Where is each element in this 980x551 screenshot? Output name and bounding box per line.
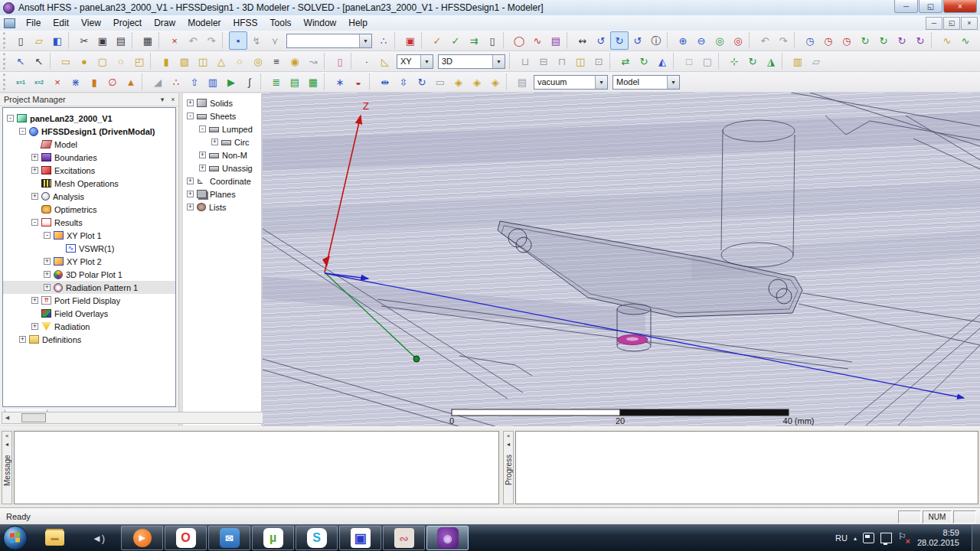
view-redo-icon[interactable]: ↷ ▼ xyxy=(774,31,792,50)
expander-icon[interactable]: + xyxy=(199,165,206,171)
mdi-child-icon[interactable] xyxy=(4,18,15,28)
tree-item-radiation-pattern[interactable]: + Radiation Pattern 1 xyxy=(3,281,175,294)
validate-icon[interactable]: ✓ ▼ xyxy=(428,31,446,50)
clock-delete-icon[interactable]: ◷ ▼ xyxy=(819,31,838,50)
curve1-icon[interactable]: ∿ ▼ xyxy=(938,31,956,50)
torus-icon[interactable]: ◎ ▼ xyxy=(249,52,267,70)
redo-icon[interactable]: ↷ ▼ xyxy=(202,31,220,50)
dropdown-arrow-icon[interactable]: ▼ xyxy=(420,55,433,68)
view-combo[interactable]: 3D ▼ xyxy=(438,54,505,69)
duplicate-axis-icon[interactable]: ↻ ▼ xyxy=(635,52,653,70)
mirror-icon[interactable]: ◭ ▼ xyxy=(653,52,671,70)
error-flag-icon[interactable] xyxy=(898,533,908,543)
progress-content[interactable] xyxy=(515,431,978,504)
bondwire-icon[interactable]: ◰ ▼ xyxy=(130,52,149,70)
expander-icon[interactable]: - xyxy=(19,128,26,135)
menu-project[interactable]: Project xyxy=(107,16,148,30)
connect-icon[interactable]: ▱ ▼ xyxy=(807,52,825,70)
spiral-icon[interactable]: ◉ ▼ xyxy=(286,52,304,70)
restore-button[interactable]: ◱ xyxy=(919,0,942,13)
tree-item-solids[interactable]: + Solids xyxy=(183,96,261,109)
scroll-left-icon[interactable]: ◀ xyxy=(2,413,12,422)
split-icon[interactable]: ◫ ▼ xyxy=(571,52,590,70)
expander-icon[interactable]: + xyxy=(187,191,194,197)
mesh-gear-icon[interactable]: ∗ ▼ xyxy=(331,73,349,91)
show-desktop-button[interactable] xyxy=(972,525,980,551)
delete-cs-icon[interactable]: × ▼ xyxy=(48,73,67,91)
new-icon[interactable]: ▯ ▼ xyxy=(11,31,30,50)
expander-icon[interactable]: - xyxy=(187,112,194,119)
duplicate-line-icon[interactable]: ⇄ ▼ xyxy=(616,52,635,70)
imprint-icon[interactable]: ⊡ ▼ xyxy=(590,52,608,70)
region-icon[interactable]: ▯ ▼ xyxy=(331,52,349,70)
tree-item-port-field-display[interactable]: + Port Field Display xyxy=(3,294,175,307)
print-icon[interactable]: ▦ ▼ xyxy=(139,31,157,50)
taskbar-speaker-icon[interactable]: ◄) xyxy=(77,526,119,550)
clock-run-save-icon[interactable]: ↻ ▼ xyxy=(874,31,893,50)
tree-item-design[interactable]: - HFSSDesign1 (DrivenModal) xyxy=(3,125,175,138)
box-icon[interactable]: ▧ ▼ xyxy=(175,52,194,70)
show-hidden-icons-icon[interactable]: ▴ xyxy=(854,535,857,542)
tree-item-non-model[interactable]: + Non-M xyxy=(183,148,261,161)
expander-icon[interactable]: + xyxy=(19,336,26,343)
orbit-info-icon[interactable]: ⓘ ▼ xyxy=(647,31,665,50)
zoom-in-icon[interactable]: ⊕ ▼ xyxy=(674,31,692,50)
unite-icon[interactable]: ⊔ ▼ xyxy=(516,52,534,70)
clock-run2-save-icon[interactable]: ↻ ▼ xyxy=(911,31,929,50)
delete-icon[interactable]: × ▼ xyxy=(165,31,184,50)
bbox-icon[interactable]: ▭ ▼ xyxy=(431,73,449,91)
action-center-icon[interactable] xyxy=(863,533,874,543)
plane-icon[interactable]: ◺ ▼ xyxy=(376,52,394,70)
taskbar-spiral-app-icon[interactable]: ∾ xyxy=(383,526,425,550)
symmetry-icon[interactable]: ∅ ▼ xyxy=(103,73,122,91)
balls-icon[interactable]: ∴ ▼ xyxy=(167,73,185,91)
rotate-view-icon[interactable]: ↻ ▼ xyxy=(610,31,629,50)
report-icon[interactable]: ∿ ▼ xyxy=(528,31,547,50)
datasets-icon[interactable]: ▣ ▼ xyxy=(401,31,420,50)
section-icon[interactable]: ▥ ▼ xyxy=(789,52,807,70)
analyze-all-icon[interactable]: ⇉ ▼ xyxy=(465,31,483,50)
taskbar-media-player-icon[interactable]: ▶ xyxy=(121,526,163,550)
tree-item-sheets[interactable]: - Sheets xyxy=(183,109,261,122)
menu-view[interactable]: View xyxy=(75,16,107,30)
rotate-icon[interactable]: ↻ ▼ xyxy=(743,52,762,70)
mdi-close-button[interactable]: × xyxy=(961,17,978,30)
view-undo-icon[interactable]: ↶ ▼ xyxy=(756,31,774,50)
mdi-restore-button[interactable]: ◱ xyxy=(943,17,960,30)
clock-run2-icon[interactable]: ↻ ▼ xyxy=(893,31,911,50)
tree-item-vswr[interactable]: VSWR(1) xyxy=(3,242,175,255)
stack-icon[interactable]: ≣ ▼ xyxy=(267,73,286,91)
clock-run-icon[interactable]: ↻ ▼ xyxy=(856,31,874,50)
circle-icon[interactable]: ● ▼ xyxy=(75,52,93,70)
bars-icon[interactable]: ▥ ▼ xyxy=(204,73,222,91)
curve2-icon[interactable]: ∿ ▼ xyxy=(956,31,975,50)
menu-modeler[interactable]: Modeler xyxy=(181,16,227,30)
zoom-out-icon[interactable]: ⊖ ▼ xyxy=(692,31,710,50)
expander-icon[interactable]: - xyxy=(199,126,206,132)
paste-icon[interactable]: ▤ ▼ xyxy=(112,31,130,50)
measure2-icon[interactable]: ◈ ▼ xyxy=(468,73,486,91)
tree-item-analysis[interactable]: + Analysis xyxy=(3,190,175,203)
rotate-cs-icon[interactable]: ↻ ▼ xyxy=(413,73,431,91)
dropdown-arrow-icon[interactable]: ▼ xyxy=(595,76,607,89)
intersect-icon[interactable]: ⊓ ▼ xyxy=(553,52,571,70)
expander-icon[interactable]: - xyxy=(31,219,38,226)
close-button[interactable]: × xyxy=(943,0,977,13)
dropdown-arrow-icon[interactable]: ▼ xyxy=(667,76,679,89)
taskbar-skype-icon[interactable]: S xyxy=(296,526,338,550)
cone-icon[interactable]: △ ▼ xyxy=(212,52,230,70)
cut-icon[interactable]: ✂ ▼ xyxy=(75,31,93,50)
tree-item-definitions[interactable]: + Definitions xyxy=(3,333,175,346)
machine1-icon[interactable]: ▤ ▼ xyxy=(286,73,304,91)
rectangle-icon[interactable]: ▭ ▼ xyxy=(57,52,75,70)
port-display-icon[interactable]: ↯ ▼ xyxy=(247,31,266,50)
3d-viewport[interactable]: Z 0 20 40 (mm) xyxy=(263,93,980,426)
tree-item-radiation[interactable]: + Radiation xyxy=(3,320,175,333)
measure1-icon[interactable]: ◈ ▼ xyxy=(449,73,468,91)
rotate-center-icon[interactable]: ↺ ▼ xyxy=(592,31,610,50)
solution-data-icon[interactable]: ▯ ▼ xyxy=(483,31,501,50)
fit-all-icon[interactable]: ◎ ▼ xyxy=(729,31,747,50)
cs-icon[interactable]: ⋇ ▼ xyxy=(67,73,85,91)
expander-icon[interactable]: + xyxy=(31,193,38,200)
undo-icon[interactable]: ↶ ▼ xyxy=(184,31,202,50)
